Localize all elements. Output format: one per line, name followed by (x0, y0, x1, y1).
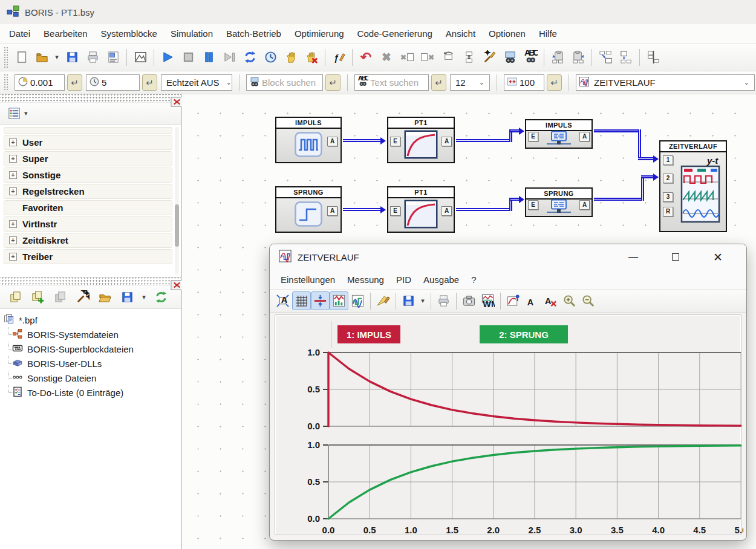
block-search-go-button[interactable]: ↵ (325, 74, 341, 91)
block-search-input[interactable] (262, 77, 320, 88)
export-wmf-button[interactable]: WMF (478, 291, 497, 310)
file-tree-item-other-files[interactable]: Sonstige Dateien (4, 371, 181, 385)
zoom-out-button[interactable] (579, 291, 598, 310)
zoom-apply-button[interactable]: ↵ (547, 74, 562, 91)
zoom-input[interactable] (520, 77, 541, 88)
zoom-in-button[interactable] (560, 291, 579, 310)
maximize-button[interactable] (662, 245, 689, 268)
plot-menu-pid[interactable]: PID (390, 272, 417, 287)
block-impuls-source[interactable]: IMPULS A (275, 117, 342, 163)
open-file-button[interactable] (31, 47, 52, 68)
caret-icon[interactable]: ▾ (418, 291, 428, 310)
refresh-button[interactable] (240, 47, 260, 68)
file-tree-item-superblock-files[interactable]: BORIS-Superblockdateien (4, 342, 181, 356)
block-pt1-lower[interactable]: PT1 E A (387, 186, 455, 233)
files-close-icon[interactable] (170, 278, 178, 285)
legend-impuls-button[interactable]: 1: IMPULS (337, 325, 400, 343)
stop-button[interactable] (178, 47, 198, 68)
axis-separate-button[interactable] (311, 291, 330, 310)
expand-plus-icon[interactable]: + (9, 236, 17, 244)
file-tree-item-todo-list[interactable]: To-Do-Liste (0 Einträge) (4, 385, 181, 400)
block-sprung-display[interactable]: SPRUNG E A (525, 187, 593, 217)
function-edit-button[interactable]: ƒ (328, 47, 349, 68)
menu-batch-betrieb[interactable]: Batch-Betrieb (220, 26, 288, 41)
menu-systembl-cke[interactable]: Systemblöcke (94, 26, 164, 41)
delete-input-button[interactable]: ✖ (397, 47, 417, 68)
step-apply-button[interactable]: ↵ (67, 74, 82, 91)
channels-display-button[interactable] (330, 291, 348, 310)
expand-plus-icon[interactable]: + (9, 171, 17, 179)
curve-pin-button[interactable] (504, 291, 523, 310)
palette-view-button[interactable] (5, 105, 23, 123)
scrollbar-thumb[interactable] (175, 204, 179, 247)
expand-plus-icon[interactable]: + (9, 138, 17, 146)
expand-plus-icon[interactable]: + (9, 127, 17, 128)
menu-datei[interactable]: Datei (2, 26, 37, 41)
palette-item-zeitdiskret[interactable]: +Zeitdiskret (4, 233, 172, 248)
palette-item-senken[interactable]: +Senken (4, 127, 172, 134)
preview-image-button[interactable] (130, 47, 151, 68)
text-search-input[interactable] (370, 77, 426, 88)
delete-output-button[interactable]: ✖ (417, 47, 438, 68)
palette-item-user[interactable]: +User (4, 135, 172, 150)
plot-menu-einstellungen[interactable]: Einstellungen (275, 272, 341, 287)
block-pt1-upper[interactable]: PT1 E A (387, 117, 455, 163)
channels-alt-button[interactable] (348, 291, 367, 310)
paste-blocks-button[interactable] (568, 47, 588, 68)
palette-item-sonstige[interactable]: +Sonstige (4, 167, 172, 183)
duration-apply-button[interactable]: ↵ (142, 74, 157, 91)
block-sequence-button[interactable] (643, 47, 663, 68)
wizard-button[interactable]: ✦✦✦ (72, 287, 93, 308)
delete-block-button[interactable]: ✖ (376, 47, 397, 68)
flip-block-button[interactable] (458, 47, 479, 68)
camera-button[interactable] (460, 291, 478, 310)
block-sprung-source[interactable]: SPRUNG A (275, 186, 342, 233)
delete-text-button[interactable]: A (541, 291, 560, 310)
palette-item-super[interactable]: +Super (4, 151, 172, 166)
expand-plus-icon[interactable]: + (9, 187, 17, 195)
save-file-button[interactable] (117, 287, 137, 308)
block-impuls-display[interactable]: IMPULS E A (525, 119, 593, 149)
titlebar[interactable]: BORIS - PT1.bsy (0, 0, 756, 24)
grid-button[interactable] (292, 291, 311, 310)
files-disabled-button[interactable] (50, 287, 70, 308)
expand-plus-icon[interactable]: + (9, 253, 17, 261)
palette-close-icon[interactable] (170, 95, 178, 102)
palette-panel-grip[interactable] (0, 94, 181, 103)
legend-sprung-button[interactable]: 2: SPRUNG (480, 325, 568, 343)
plot-menu-messung[interactable]: Messung (341, 272, 390, 287)
caret-icon[interactable]: ▾ (52, 47, 62, 68)
print-button[interactable] (82, 47, 103, 68)
files-panel-grip[interactable] (0, 278, 181, 286)
page-settings-button[interactable] (103, 47, 123, 68)
print-button[interactable] (434, 291, 453, 310)
save-file-button[interactable] (399, 291, 418, 310)
block-search-button[interactable] (500, 47, 520, 68)
palette-item-favoriten[interactable]: Favoriten (4, 200, 172, 215)
menu-bearbeiten[interactable]: Bearbeiten (37, 26, 94, 41)
measure-button[interactable] (374, 291, 393, 310)
step-button[interactable] (219, 47, 240, 68)
block-select-dropdown[interactable]: ZEITVERLAUF ⌄ (576, 74, 755, 91)
copy-files-button[interactable] (5, 287, 25, 308)
toolbar-grip[interactable] (4, 74, 8, 92)
rotate-block-button[interactable] (438, 47, 458, 68)
play-button[interactable] (157, 47, 178, 68)
text-search-go-button[interactable]: ↵ (431, 74, 446, 91)
diagram-canvas[interactable]: IMPULS A PT1 E A IMPULS E A SPRUNG A (181, 94, 756, 549)
palette-view-caret[interactable]: ▾ (23, 109, 29, 117)
copy-blocks-button[interactable] (547, 47, 568, 68)
palette-item-virtinstr[interactable]: +VirtInstr (4, 216, 172, 232)
file-tree-item-user-dlls[interactable]: BORIS-User-DLLs (4, 356, 181, 371)
new-file-button[interactable] (11, 47, 31, 68)
pause-button[interactable] (198, 47, 219, 68)
abort-button[interactable] (301, 47, 322, 68)
caret-icon[interactable]: ▾ (139, 287, 149, 308)
step-size-input[interactable] (30, 77, 62, 88)
file-tree-root[interactable]: *.bpf (4, 313, 181, 327)
text-search-button[interactable]: ABC (520, 47, 541, 68)
autoscale-button[interactable]: A (273, 291, 292, 310)
open-folder-button[interactable] (94, 287, 115, 308)
add-text-button[interactable]: A (523, 291, 541, 310)
plot-menu-?[interactable]: ? (465, 272, 482, 287)
